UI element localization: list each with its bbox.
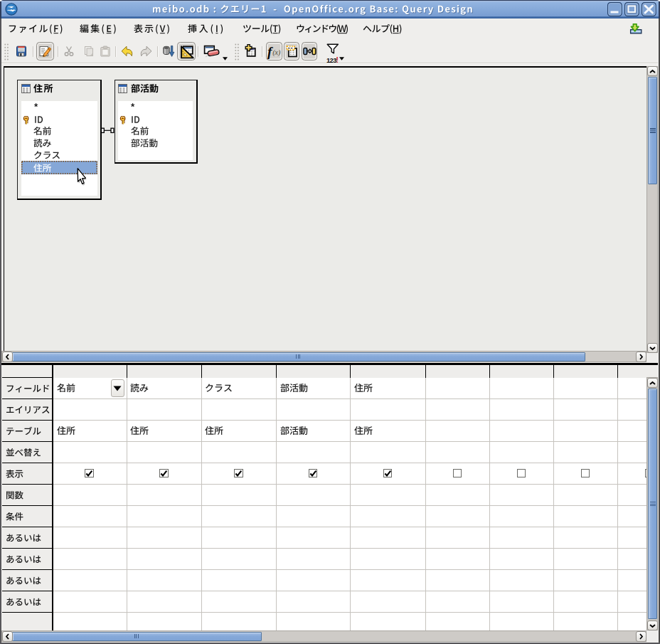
svg-text:!: ! <box>336 56 338 64</box>
svg-text:123: 123 <box>326 56 336 64</box>
svg-text:(x): (x) <box>272 48 281 57</box>
